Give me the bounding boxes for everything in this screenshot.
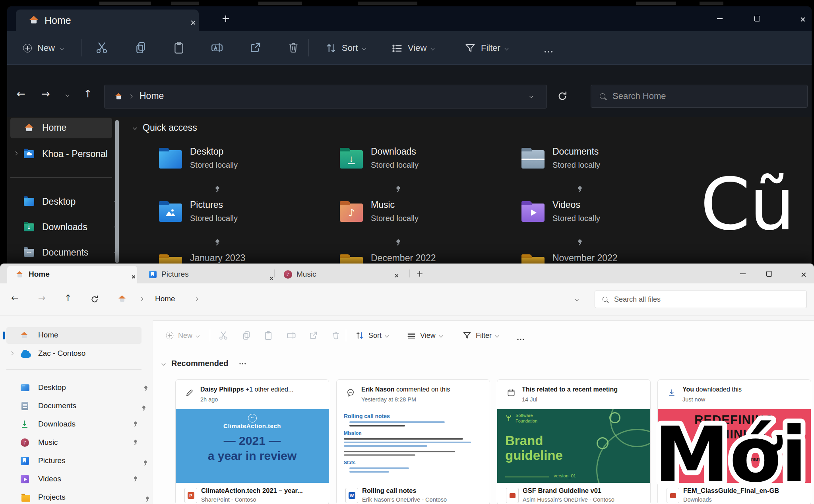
forward-icon[interactable]: →: [41, 88, 50, 100]
more-options-icon[interactable]: [517, 339, 518, 340]
sidebar-item-projects[interactable]: Projects: [6, 489, 141, 504]
view-button[interactable]: View: [391, 42, 434, 54]
sidebar-item-downloads[interactable]: ↓ Downloads: [10, 218, 112, 237]
refresh-icon[interactable]: [90, 295, 99, 304]
quick-access-header[interactable]: Quick access: [134, 122, 197, 133]
new-button[interactable]: New: [165, 331, 199, 340]
maximize-button[interactable]: [766, 271, 772, 277]
view-button[interactable]: View: [407, 331, 442, 340]
quick-access-tile[interactable]: Videos Stored locally: [521, 200, 688, 243]
sort-button[interactable]: Sort: [325, 42, 365, 54]
old-command-bar: New Sort: [7, 31, 812, 65]
sidebar-item-label: Desktop: [38, 383, 66, 392]
chevron-right-icon[interactable]: [14, 151, 18, 155]
section-more-icon[interactable]: [240, 363, 241, 364]
breadcrumb-path[interactable]: Home: [140, 91, 164, 101]
sort-button[interactable]: Sort: [355, 331, 388, 340]
search-input[interactable]: [613, 295, 790, 304]
chevron-right-icon[interactable]: [10, 351, 14, 355]
copy-button[interactable]: [242, 331, 251, 340]
recommended-card[interactable]: Daisy Philipps +1 other edited... 2h ago…: [175, 379, 329, 504]
sidebar-item-desktop[interactable]: Desktop: [6, 380, 141, 396]
filter-button[interactable]: Filter: [462, 331, 498, 340]
old-tab-home[interactable]: Home: [16, 10, 199, 31]
cut-button[interactable]: [95, 41, 108, 54]
search-input[interactable]: [612, 91, 788, 102]
old-address-bar: ← → ↑ Home: [7, 65, 812, 117]
close-button[interactable]: [800, 272, 806, 277]
rename-button[interactable]: [287, 331, 296, 340]
address-dropdown-icon[interactable]: [529, 94, 533, 98]
sidebar-item-music[interactable]: ♪ Music: [6, 434, 141, 451]
sidebar-item-home[interactable]: Home: [6, 327, 141, 344]
address-dropdown-icon[interactable]: [575, 297, 579, 301]
quick-access-tile[interactable]: Documents Stored locally: [521, 146, 688, 190]
new-tab-button[interactable]: [223, 16, 229, 22]
cut-button[interactable]: [219, 331, 228, 340]
tab-close-icon[interactable]: [131, 275, 136, 279]
view-label: View: [408, 43, 426, 53]
tab-close-icon[interactable]: [190, 20, 196, 25]
tab-pictures[interactable]: Pictures: [140, 266, 274, 283]
tab-home[interactable]: Home: [7, 266, 137, 283]
tab-title: Music: [297, 270, 316, 279]
sidebar-item-videos[interactable]: Videos: [6, 471, 141, 488]
delete-button[interactable]: [331, 331, 341, 340]
card-file-name: Rolling call notes: [362, 487, 417, 494]
sidebar-item-desktop[interactable]: Desktop: [10, 192, 112, 211]
quick-access-tile[interactable]: ♪ Music Stored locally: [340, 200, 507, 243]
new-tab-button[interactable]: [417, 271, 423, 277]
more-options-icon[interactable]: [545, 51, 546, 52]
forward-icon[interactable]: →: [38, 293, 45, 303]
back-icon[interactable]: ←: [17, 88, 25, 100]
share-button[interactable]: [249, 41, 262, 54]
quick-access-tile[interactable]: ↓ Downloads Stored locally: [340, 146, 507, 190]
search-box[interactable]: [591, 85, 808, 108]
sidebar-item-documents[interactable]: Documents: [6, 398, 141, 415]
filter-button[interactable]: Filter: [464, 42, 508, 54]
sidebar-scrollbar[interactable]: [115, 120, 119, 263]
documents-folder-icon: [521, 150, 545, 169]
recommended-header[interactable]: Recommended: [162, 359, 241, 368]
up-icon[interactable]: ↑: [83, 88, 92, 100]
minimize-button[interactable]: [740, 273, 746, 274]
breadcrumb[interactable]: Home: [104, 85, 547, 109]
new-button[interactable]: New: [23, 43, 63, 53]
sidebar-item-documents[interactable]: Documents: [10, 243, 112, 262]
tab-close-icon[interactable]: [269, 276, 273, 281]
share-button[interactable]: [308, 331, 318, 340]
recent-locations-icon[interactable]: [66, 93, 70, 97]
paste-button[interactable]: [264, 331, 273, 340]
delete-button[interactable]: [287, 41, 300, 54]
card-thumbnail: Software Foundation Brand guideline vers…: [497, 409, 650, 483]
recommended-card[interactable]: Erik Nason commented on this Yesterday a…: [336, 379, 490, 504]
tab-close-icon[interactable]: [394, 273, 399, 278]
rename-button[interactable]: [211, 41, 223, 54]
refresh-icon[interactable]: [556, 90, 568, 102]
pin-icon: [133, 477, 138, 482]
chevron-right-icon: [140, 297, 143, 301]
doc-line: [344, 454, 415, 456]
decorative-ring: [596, 429, 650, 483]
back-icon[interactable]: ←: [11, 293, 18, 303]
breadcrumb-path[interactable]: Home: [155, 295, 175, 303]
copy-button[interactable]: [134, 41, 147, 54]
quick-access-tile[interactable]: Desktop Stored locally: [159, 146, 326, 190]
sidebar-item-home[interactable]: Home: [10, 118, 112, 138]
sidebar-item-label: Desktop: [42, 196, 76, 207]
sidebar-item-onedrive[interactable]: Khoa - Personal: [10, 144, 112, 165]
close-button[interactable]: [800, 17, 805, 22]
tile-status: Stored locally: [190, 161, 238, 170]
tab-music[interactable]: ♪ Music: [275, 266, 409, 283]
recommended-card[interactable]: This related to a recent meeting 14 Jul …: [497, 379, 651, 504]
sidebar-item-onedrive[interactable]: Zac - Contoso: [6, 345, 141, 362]
home-icon[interactable]: [118, 295, 126, 302]
quick-access-tile[interactable]: Pictures Stored locally: [159, 200, 326, 243]
sidebar-item-downloads[interactable]: ↓ Downloads: [6, 416, 141, 433]
sidebar-item-pictures[interactable]: Pictures: [6, 453, 141, 469]
maximize-button[interactable]: [754, 16, 760, 21]
paste-button[interactable]: [172, 41, 185, 54]
search-box[interactable]: [595, 291, 807, 308]
up-icon[interactable]: ↑: [64, 293, 72, 303]
minimize-button[interactable]: [717, 18, 723, 19]
